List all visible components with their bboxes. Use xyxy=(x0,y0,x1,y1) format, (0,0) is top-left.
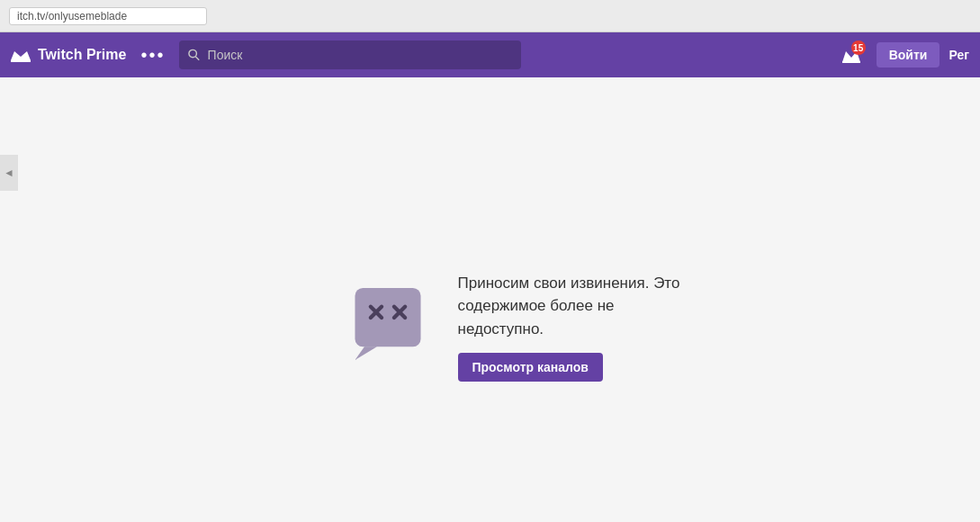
navbar: Twitch Prime ••• 15 Войти Рег xyxy=(0,32,980,77)
search-icon xyxy=(188,49,200,61)
notification-badge: 15 xyxy=(851,40,866,55)
sidebar-toggle-icon: ◄ xyxy=(4,166,14,179)
notification-button[interactable]: 15 xyxy=(835,39,868,71)
brand-label: Twitch Prime xyxy=(38,47,126,63)
sidebar-toggle-button[interactable]: ◄ xyxy=(0,155,18,191)
error-text-block: Приносим свои извинения. Это содержимое … xyxy=(458,272,692,382)
error-message: Приносим свои извинения. Это содержимое … xyxy=(458,272,692,341)
svg-line-3 xyxy=(196,57,200,60)
svg-marker-7 xyxy=(355,346,376,360)
main-content: ◄ Приносим свои извинения. Это содержимо… xyxy=(0,77,980,522)
search-bar xyxy=(179,40,521,69)
brand-logo[interactable]: Twitch Prime xyxy=(11,47,126,63)
browser-bar: itch.tv/onlyusemeblade xyxy=(0,0,980,32)
more-options-button[interactable]: ••• xyxy=(135,41,170,69)
svg-point-2 xyxy=(189,50,196,57)
address-bar[interactable]: itch.tv/onlyusemeblade xyxy=(9,7,207,25)
error-line1: Приносим свои извинения. Это xyxy=(458,274,680,292)
search-input[interactable] xyxy=(208,48,513,62)
error-container: Приносим свои извинения. Это содержимое … xyxy=(343,272,692,382)
svg-rect-5 xyxy=(842,61,860,63)
error-line2: содержимое более не недоступно. xyxy=(458,297,615,338)
browse-channels-button[interactable]: Просмотр каналов xyxy=(458,353,603,382)
crown-icon xyxy=(11,48,31,62)
svg-rect-1 xyxy=(11,60,31,62)
svg-rect-6 xyxy=(355,288,420,346)
register-button[interactable]: Рег xyxy=(949,48,969,62)
dead-mascot-icon xyxy=(343,282,433,372)
nav-right: 15 Войти Рег xyxy=(835,39,969,71)
login-button[interactable]: Войти xyxy=(877,42,940,68)
svg-marker-0 xyxy=(11,51,31,60)
url-text: itch.tv/onlyusemeblade xyxy=(17,10,127,22)
